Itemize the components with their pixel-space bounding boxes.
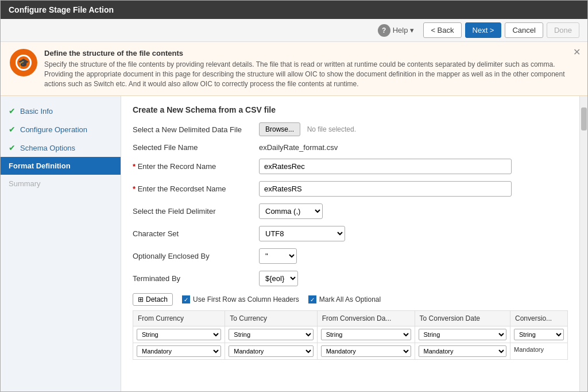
sidebar-label-configure-operation: Configure Operation <box>20 125 87 134</box>
sidebar-item-format-definition[interactable]: Format Definition <box>1 157 121 175</box>
record-name-label: Enter the Record Name <box>133 162 259 171</box>
charset-row: Character Set UTF8 ISO-8859-1 ASCII <box>133 226 568 241</box>
type-select-from-currency[interactable]: String Integer Decimal Date <box>137 329 221 340</box>
info-banner: 🎓 Define the structure of the file conte… <box>1 42 587 96</box>
sidebar-item-summary: Summary <box>1 175 121 193</box>
mandatory-select-to-conv[interactable]: Mandatory Optional <box>419 345 507 357</box>
main-content: Create a New Schema from a CSV file Sele… <box>121 96 579 391</box>
terminated-select[interactable]: ${eol} \n \r\n <box>259 271 298 286</box>
sidebar-label-basic-info: Basic Info <box>20 107 53 116</box>
check-icon-configure-operation: ✔ <box>9 125 16 134</box>
type-select-from-conv[interactable]: String Integer Decimal Date <box>321 329 411 340</box>
table-wrapper: From Currency To Currency From Conversio… <box>133 310 568 360</box>
mark-optional-label: Mark All As Optional <box>319 295 381 303</box>
table-row-mandatory: Mandatory Optional Mandatory Optional <box>133 343 568 360</box>
col-header-conversion: Conversio... <box>510 311 568 326</box>
selected-file-value: exDailyRate_format.csv <box>259 143 338 152</box>
check-icon-schema-options: ✔ <box>9 143 16 152</box>
table-cell-mandatory-conv: Mandatory <box>510 343 568 360</box>
back-button[interactable]: < Back <box>423 22 461 38</box>
col-header-from-currency: From Currency <box>133 311 225 326</box>
mark-optional-checkbox-label[interactable]: Mark All As Optional <box>308 295 381 303</box>
type-select-to-currency[interactable]: String Integer Decimal Date <box>229 329 313 340</box>
table-toolbar: ⊞ Detach Use First Row as Column Headers… <box>133 293 568 306</box>
cancel-button[interactable]: Cancel <box>505 22 543 38</box>
detach-label: Detach <box>146 295 168 303</box>
browse-button[interactable]: Browse... <box>259 122 300 136</box>
table-cell-mandatory-from-currency: Mandatory Optional <box>133 343 225 360</box>
title-bar: Configure Stage File Action <box>1 1 587 19</box>
record-name-row: Enter the Record Name <box>133 159 568 174</box>
enclosed-label: Optionally Enclosed By <box>133 252 259 260</box>
recordset-name-row: Enter the Recordset Name <box>133 181 568 197</box>
recordset-name-input[interactable] <box>259 181 512 197</box>
sidebar-item-basic-info[interactable]: ✔ Basic Info <box>1 102 121 120</box>
table-cell-type-from-currency: String Integer Decimal Date <box>133 326 225 343</box>
type-select-to-conv[interactable]: String Integer Decimal Date <box>419 329 507 340</box>
table-cell-type-conv: String Integer Decimal Date <box>510 326 568 343</box>
no-file-text: No file selected. <box>307 125 356 133</box>
check-icon-basic-info: ✔ <box>9 106 16 116</box>
col-header-to-currency: To Currency <box>225 311 317 326</box>
info-text: Define the structure of the file content… <box>44 49 578 89</box>
data-table: From Currency To Currency From Conversio… <box>133 310 568 360</box>
selected-file-label: Selected File Name <box>133 143 259 152</box>
help-label: Help <box>393 26 408 34</box>
select-file-controls: Browse... No file selected. <box>259 122 356 136</box>
mandatory-select-from-currency[interactable]: Mandatory Optional <box>137 345 221 357</box>
mark-optional-checkbox[interactable] <box>308 295 316 303</box>
close-banner-button[interactable]: ✕ <box>573 47 581 57</box>
record-name-input[interactable] <box>259 159 512 174</box>
scrollbar-track[interactable] <box>579 96 587 391</box>
first-row-checkbox[interactable] <box>182 295 190 303</box>
table-cell-mandatory-to-conv: Mandatory Optional <box>415 343 510 360</box>
table-cell-mandatory-from-conv: Mandatory Optional <box>317 343 415 360</box>
section-title: Create a New Schema from a CSV file <box>133 105 568 114</box>
mandatory-select-to-currency[interactable]: Mandatory Optional <box>229 345 313 357</box>
window-title: Configure Stage File Action <box>9 5 114 14</box>
enclosed-select[interactable]: " ' None <box>259 248 297 264</box>
table-cell-mandatory-to-currency: Mandatory Optional <box>225 343 317 360</box>
table-cell-type-from-conv: String Integer Decimal Date <box>317 326 415 343</box>
help-button[interactable]: ? Help ▾ <box>378 24 415 37</box>
info-icon: 🎓 <box>10 49 37 76</box>
charset-select[interactable]: UTF8 ISO-8859-1 ASCII <box>259 226 345 241</box>
first-row-checkbox-label[interactable]: Use First Row as Column Headers <box>182 295 299 303</box>
select-file-label: Select a New Delimited Data File <box>133 125 259 134</box>
first-row-label: Use First Row as Column Headers <box>193 295 299 303</box>
col-header-to-conversion: To Conversion Date <box>415 311 510 326</box>
col-header-from-conversion: From Conversion Da... <box>317 311 415 326</box>
mandatory-text-conv: Mandatory <box>514 346 544 353</box>
content-area: ✔ Basic Info ✔ Configure Operation ✔ Sch… <box>1 96 587 391</box>
help-icon: ? <box>378 24 390 37</box>
type-select-conv[interactable]: String Integer Decimal Date <box>514 329 564 340</box>
banner-title: Define the structure of the file content… <box>44 49 578 57</box>
delimiter-row: Select the Field Delimiter Comma (,) Tab… <box>133 203 568 219</box>
select-file-row: Select a New Delimited Data File Browse.… <box>133 122 568 136</box>
done-button[interactable]: Done <box>547 22 579 38</box>
configure-stage-file-action-window: Configure Stage File Action ? Help ▾ < B… <box>0 0 588 392</box>
recordset-name-label: Enter the Recordset Name <box>133 185 259 193</box>
sidebar-item-configure-operation[interactable]: ✔ Configure Operation <box>1 120 121 139</box>
selected-file-row: Selected File Name exDailyRate_format.cs… <box>133 143 568 152</box>
detach-icon: ⊞ <box>138 295 144 303</box>
sidebar-item-schema-options[interactable]: ✔ Schema Options <box>1 139 121 157</box>
mandatory-select-from-conv[interactable]: Mandatory Optional <box>321 345 411 357</box>
sidebar-label-summary: Summary <box>9 179 41 188</box>
table-section: ⊞ Detach Use First Row as Column Headers… <box>133 293 568 360</box>
next-button[interactable]: Next > <box>465 22 502 38</box>
toolbar: ? Help ▾ < Back Next > Cancel Done <box>1 19 587 42</box>
table-cell-type-to-currency: String Integer Decimal Date <box>225 326 317 343</box>
terminated-row: Terminated By ${eol} \n \r\n <box>133 271 568 286</box>
scrollbar-thumb[interactable] <box>581 107 587 130</box>
detach-button[interactable]: ⊞ Detach <box>133 293 173 306</box>
sidebar: ✔ Basic Info ✔ Configure Operation ✔ Sch… <box>1 96 121 391</box>
delimiter-label: Select the Field Delimiter <box>133 207 259 216</box>
banner-description: Specify the structure of the file conten… <box>44 60 578 89</box>
delimiter-select[interactable]: Comma (,) Tab Pipe (|) Semicolon (;) <box>259 203 323 219</box>
sidebar-label-schema-options: Schema Options <box>20 144 75 152</box>
terminated-label: Terminated By <box>133 274 259 283</box>
sidebar-label-format-definition: Format Definition <box>9 162 71 170</box>
charset-label: Character Set <box>133 229 259 238</box>
table-cell-type-to-conv: String Integer Decimal Date <box>415 326 510 343</box>
